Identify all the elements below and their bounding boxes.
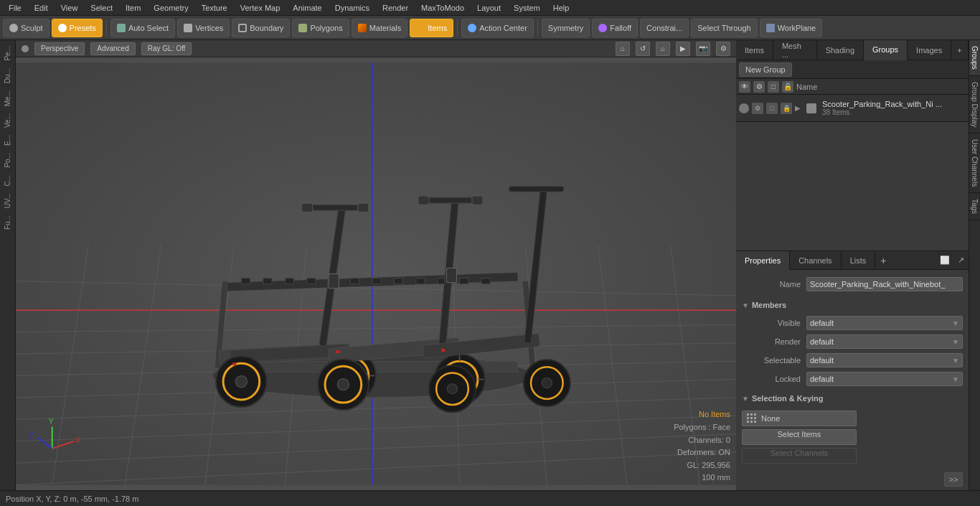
auto-select-button[interactable]: Auto Select bbox=[110, 19, 175, 37]
tab-images[interactable]: Images bbox=[908, 40, 951, 60]
lock-col-icon[interactable]: 🔒 bbox=[782, 81, 793, 93]
raygl-button[interactable]: Ray GL: Off bbox=[141, 42, 192, 55]
sel-key-triangle-icon: ▼ bbox=[742, 395, 749, 403]
items-button[interactable]: Items bbox=[410, 19, 453, 37]
sidebar-item-fu[interactable]: Fu... bbox=[2, 212, 13, 233]
viewport-ctrl-search[interactable]: ⌕ bbox=[656, 42, 670, 56]
menu-file[interactable]: File bbox=[3, 2, 27, 14]
panel-maximize-btn[interactable]: ⬜ bbox=[937, 251, 953, 270]
menu-texture[interactable]: Texture bbox=[196, 2, 233, 14]
item-visibility-icon[interactable] bbox=[739, 103, 749, 113]
tab-mesh[interactable]: Mesh ... bbox=[773, 40, 817, 60]
tab-properties[interactable]: Properties bbox=[736, 251, 790, 270]
right-vtabs-container: Groups Group Display User Channels Tags bbox=[969, 40, 980, 490]
vtab-group-display[interactable]: Group Display bbox=[969, 76, 980, 133]
menu-select[interactable]: Select bbox=[85, 2, 118, 14]
item-lock-icon[interactable]: 🔒 bbox=[781, 103, 792, 114]
vtab-tags[interactable]: Tags bbox=[969, 193, 980, 220]
sculpt-button[interactable]: Sculpt bbox=[3, 19, 50, 37]
menu-edit[interactable]: Edit bbox=[29, 2, 54, 14]
viewport-canvas[interactable]: X Y Z No Items Polygons : Face Channels:… bbox=[16, 57, 736, 490]
perspective-button[interactable]: Perspective bbox=[34, 42, 85, 55]
sidebar-item-ve[interactable]: Ve... bbox=[2, 111, 13, 131]
sel-key-area: None Select Items Select Channels bbox=[742, 408, 963, 469]
presets-icon bbox=[58, 24, 67, 32]
vtab-user-channels[interactable]: User Channels bbox=[969, 133, 980, 193]
tab-add-btn[interactable]: + bbox=[875, 251, 891, 270]
advanced-button[interactable]: Advanced bbox=[90, 42, 135, 55]
menu-system[interactable]: System bbox=[508, 2, 546, 14]
sidebar-item-e[interactable]: E... bbox=[2, 132, 13, 149]
tab-groups[interactable]: Groups bbox=[864, 40, 908, 60]
none-button[interactable]: None bbox=[742, 411, 857, 426]
vtab-groups[interactable]: Groups bbox=[969, 40, 980, 76]
viewport-menu-dot[interactable] bbox=[22, 45, 29, 52]
viewport-ctrl-refresh[interactable]: ↺ bbox=[636, 42, 650, 56]
visible-select[interactable]: default ▼ bbox=[806, 316, 963, 330]
menu-item[interactable]: Item bbox=[120, 2, 146, 14]
sidebar-item-me[interactable]: Me... bbox=[2, 88, 13, 109]
tab-items[interactable]: Items bbox=[736, 40, 773, 60]
tab-lists[interactable]: Lists bbox=[842, 251, 876, 270]
expand-btn[interactable]: >> bbox=[944, 472, 963, 487]
viewport-ctrl-home[interactable]: ⌂ bbox=[616, 42, 630, 56]
polygons-button[interactable]: Polygons bbox=[292, 19, 349, 37]
menu-geometry[interactable]: Geometry bbox=[148, 2, 194, 14]
members-section-header[interactable]: ▼ Members bbox=[742, 297, 963, 313]
item-expand-arrow[interactable]: ▶ bbox=[795, 104, 801, 112]
panel-expand-btn[interactable]: + bbox=[951, 40, 969, 60]
menu-dynamics[interactable]: Dynamics bbox=[329, 2, 375, 14]
items-icon bbox=[416, 24, 425, 32]
viewport[interactable]: Perspective Advanced Ray GL: Off ⌂ ↺ ⌕ ▶… bbox=[16, 40, 736, 490]
symmetry-button[interactable]: Symmetry bbox=[542, 19, 590, 37]
svg-point-76 bbox=[542, 378, 552, 388]
visible-arrow-icon: ▼ bbox=[952, 319, 959, 327]
selectable-select[interactable]: default ▼ bbox=[806, 353, 963, 367]
new-group-button[interactable]: New Group bbox=[739, 62, 792, 77]
sidebar-item-du[interactable]: Du... bbox=[2, 65, 13, 86]
locked-arrow-icon: ▼ bbox=[952, 375, 959, 383]
workplane-button[interactable]: WorkPlane bbox=[760, 19, 823, 37]
viewport-ctrl-settings[interactable]: ⚙ bbox=[716, 42, 730, 56]
tab-channels[interactable]: Channels bbox=[790, 251, 841, 270]
sidebar-item-c[interactable]: C... bbox=[2, 172, 13, 189]
render-select[interactable]: default ▼ bbox=[806, 334, 963, 349]
svg-rect-60 bbox=[472, 196, 483, 205]
tab-shading[interactable]: Shading bbox=[817, 40, 864, 60]
falloff-button[interactable]: Falloff bbox=[592, 19, 638, 37]
viewport-ctrl-camera[interactable]: 📷 bbox=[696, 42, 710, 56]
constraints-button[interactable]: Constrai... bbox=[640, 19, 689, 37]
materials-button[interactable]: Materials bbox=[352, 19, 408, 37]
select-channels-button[interactable]: Select Channels bbox=[742, 448, 857, 464]
name-input[interactable] bbox=[806, 277, 963, 291]
panel-detach-btn[interactable]: ↗ bbox=[953, 251, 969, 270]
select-through-button[interactable]: Select Through bbox=[691, 19, 757, 37]
workplane-icon bbox=[766, 24, 775, 32]
render-col-icon[interactable]: ⚙ bbox=[753, 81, 765, 93]
svg-rect-38 bbox=[481, 278, 490, 284]
menu-view[interactable]: View bbox=[55, 2, 84, 14]
viewport-ctrl-render[interactable]: ▶ bbox=[676, 42, 690, 56]
menu-help[interactable]: Help bbox=[547, 2, 575, 14]
select-col-icon[interactable]: □ bbox=[768, 81, 779, 93]
menu-maxtomodo[interactable]: MaxToModo bbox=[415, 2, 470, 14]
menu-layout[interactable]: Layout bbox=[471, 2, 507, 14]
item-render-icon[interactable]: ⚙ bbox=[752, 103, 763, 114]
action-center-button[interactable]: Action Center bbox=[461, 19, 534, 37]
sidebar-item-pe[interactable]: Pe... bbox=[2, 43, 13, 64]
menu-animate[interactable]: Animate bbox=[287, 2, 327, 14]
menu-render[interactable]: Render bbox=[377, 2, 414, 14]
select-items-button[interactable]: Select Items bbox=[742, 429, 857, 445]
locked-select[interactable]: default ▼ bbox=[806, 372, 963, 386]
vertices-button[interactable]: Vertices bbox=[177, 19, 230, 37]
visibility-col-icon[interactable]: 👁 bbox=[739, 81, 750, 93]
groups-list-area[interactable] bbox=[736, 122, 969, 251]
menu-vertex-map[interactable]: Vertex Map bbox=[235, 2, 286, 14]
sidebar-item-po[interactable]: Po... bbox=[2, 150, 13, 171]
sel-key-section-header[interactable]: ▼ Selection & Keying bbox=[742, 390, 963, 406]
group-item-row[interactable]: ⚙ □ 🔒 ▶ Scooter_Parking_Rack_with_Ni ...… bbox=[736, 95, 969, 122]
boundary-button[interactable]: Boundary bbox=[232, 19, 290, 37]
item-select-icon[interactable]: □ bbox=[766, 103, 778, 114]
presets-button[interactable]: Presets bbox=[52, 19, 103, 37]
sidebar-item-uv[interactable]: UV... bbox=[2, 190, 13, 211]
